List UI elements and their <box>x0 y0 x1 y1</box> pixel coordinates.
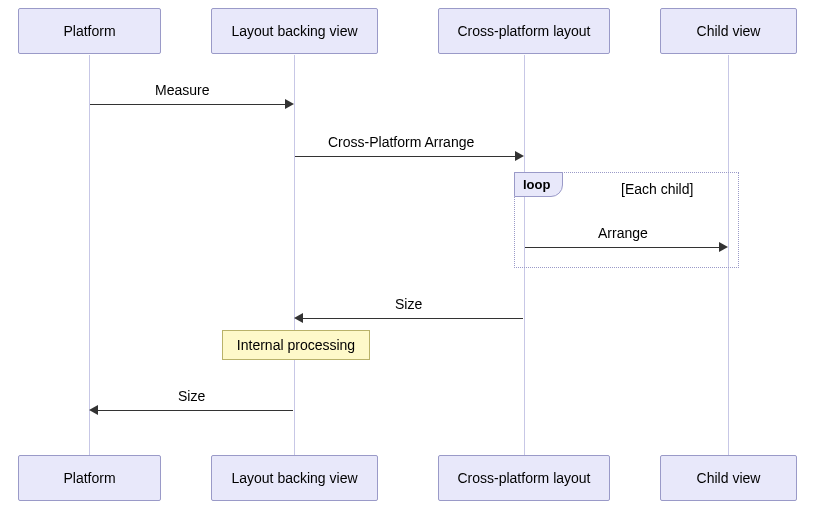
loop-condition: [Each child] <box>621 181 693 197</box>
participant-platform-bottom: Platform <box>18 455 161 501</box>
arrow-head-icon <box>294 313 303 323</box>
message-cross-platform-arrange-arrow <box>295 156 515 157</box>
participant-cross-platform-layout-bottom: Cross-platform layout <box>438 455 610 501</box>
participant-cross-platform-layout-top: Cross-platform layout <box>438 8 610 54</box>
participant-platform-top: Platform <box>18 8 161 54</box>
participant-label: Platform <box>63 470 115 486</box>
arrow-head-icon <box>285 99 294 109</box>
participant-child-view-top: Child view <box>660 8 797 54</box>
participant-label: Cross-platform layout <box>457 23 590 39</box>
message-measure-arrow <box>90 104 285 105</box>
participant-layout-backing-view-bottom: Layout backing view <box>211 455 378 501</box>
message-measure-label: Measure <box>155 82 209 98</box>
participant-label: Cross-platform layout <box>457 470 590 486</box>
participant-label: Layout backing view <box>231 470 357 486</box>
message-size-1-label: Size <box>395 296 422 312</box>
loop-keyword: loop <box>514 172 563 197</box>
participant-label: Layout backing view <box>231 23 357 39</box>
message-size-2-label: Size <box>178 388 205 404</box>
note-internal-processing: Internal processing <box>222 330 370 360</box>
participant-label: Child view <box>697 23 761 39</box>
message-size-2-arrow <box>98 410 293 411</box>
arrow-head-icon <box>89 405 98 415</box>
arrow-head-icon <box>515 151 524 161</box>
participant-label: Child view <box>697 470 761 486</box>
note-text: Internal processing <box>237 337 355 353</box>
message-cross-platform-arrange-label: Cross-Platform Arrange <box>328 134 474 150</box>
participant-label: Platform <box>63 23 115 39</box>
participant-layout-backing-view-top: Layout backing view <box>211 8 378 54</box>
message-arrange-label: Arrange <box>598 225 648 241</box>
arrow-head-icon <box>719 242 728 252</box>
message-arrange-arrow <box>525 247 719 248</box>
lifeline-platform <box>89 55 90 455</box>
message-size-1-arrow <box>303 318 523 319</box>
participant-child-view-bottom: Child view <box>660 455 797 501</box>
lifeline-layout-backing-view <box>294 55 295 455</box>
